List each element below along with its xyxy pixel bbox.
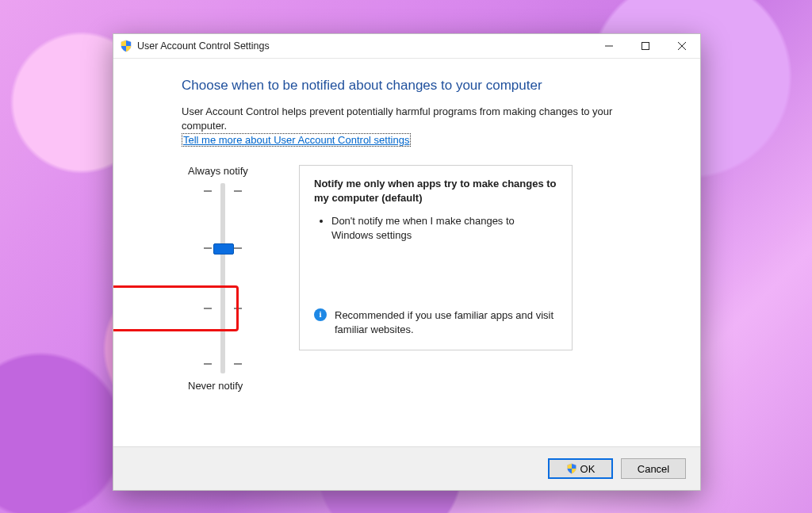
minimize-button[interactable]	[591, 34, 627, 58]
page-heading: Choose when to be notified about changes…	[182, 78, 658, 94]
level-description-panel: Notify me only when apps try to make cha…	[299, 165, 573, 350]
ok-button[interactable]: OK	[548, 458, 613, 479]
help-link[interactable]: Tell me more about User Account Control …	[182, 133, 411, 147]
close-button[interactable]	[664, 34, 700, 58]
level-title: Notify me only when apps try to make cha…	[314, 177, 557, 205]
button-bar: OK Cancel	[113, 446, 700, 490]
info-icon: i	[314, 308, 327, 321]
level-bullet: Don't notify me when I make changes to W…	[331, 214, 557, 243]
notification-slider[interactable]	[182, 183, 299, 373]
window-body: Choose when to be notified about changes…	[113, 59, 700, 446]
recommendation-text: Recommended if you use familiar apps and…	[335, 308, 557, 337]
uac-shield-icon	[566, 463, 577, 474]
cancel-button[interactable]: Cancel	[621, 458, 686, 479]
slider-track	[220, 183, 225, 373]
slider-top-label: Always notify	[182, 165, 299, 177]
level-bullet-list: Don't notify me when I make changes to W…	[314, 214, 557, 243]
cancel-button-label: Cancel	[638, 463, 669, 475]
window-title: User Account Control Settings	[137, 40, 270, 52]
slider-thumb[interactable]	[213, 243, 234, 255]
slider-bottom-label: Never notify	[182, 380, 299, 392]
uac-settings-window: User Account Control Settings Choose whe…	[113, 33, 701, 491]
recommendation-row: i Recommended if you use familiar apps a…	[314, 308, 557, 337]
page-subtext: User Account Control helps prevent poten…	[182, 105, 658, 132]
uac-shield-icon	[120, 40, 132, 52]
titlebar[interactable]: User Account Control Settings	[113, 34, 700, 59]
svg-rect-1	[642, 43, 649, 50]
ok-button-label: OK	[580, 463, 596, 475]
notification-slider-column: Always notify Never notify	[182, 165, 299, 392]
maximize-button[interactable]	[627, 34, 664, 58]
